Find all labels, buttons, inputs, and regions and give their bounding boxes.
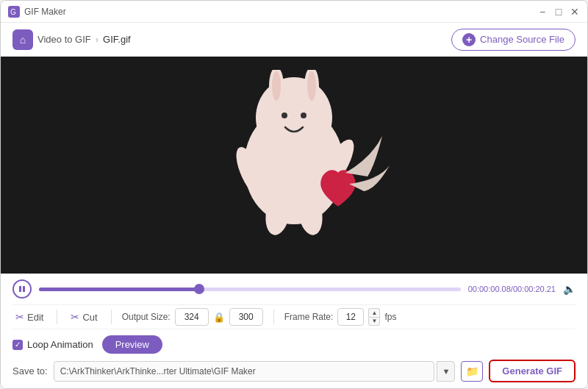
svg-point-6 xyxy=(272,71,281,101)
frame-rate-label: Frame Rate: xyxy=(284,312,334,322)
save-to-label: Save to: xyxy=(12,365,48,376)
loop-animation-checkbox[interactable]: ✓ Loop Animation xyxy=(12,339,93,350)
generate-gif-button[interactable]: Generate GIF xyxy=(489,360,576,382)
loop-row: ✓ Loop Animation Preview xyxy=(12,335,576,354)
time-display: 00:00:00.08/00:00:20.21 xyxy=(468,285,556,293)
save-path-input[interactable] xyxy=(54,361,435,382)
title-bar-left: G GIF Maker xyxy=(8,6,66,18)
svg-rect-14 xyxy=(19,286,21,292)
time-current: 00:00:00.08 xyxy=(468,285,511,293)
minimize-button[interactable]: − xyxy=(537,7,548,17)
home-icon: ⌂ xyxy=(20,34,26,46)
app-window: G GIF Maker − □ ✕ ⌂ Video to GIF › GIF.g… xyxy=(0,0,588,389)
path-dropdown-button[interactable]: ▼ xyxy=(437,361,455,382)
play-pause-button[interactable] xyxy=(12,279,32,299)
folder-icon: 📁 xyxy=(466,365,478,377)
save-row: Save to: ▼ 📁 Generate GIF xyxy=(12,360,576,382)
change-source-label: Change Source File xyxy=(480,34,564,45)
preview-button[interactable]: Preview xyxy=(102,335,162,354)
header: ⌂ Video to GIF › GIF.gif + Change Source… xyxy=(1,23,587,57)
divider-3 xyxy=(273,310,274,324)
svg-rect-15 xyxy=(23,286,25,292)
frame-rate-input[interactable] xyxy=(337,308,364,326)
edit-label: Edit xyxy=(27,312,43,323)
loop-animation-label: Loop Animation xyxy=(27,339,93,350)
edit-row: ✂ Edit ✂ Cut Output Size: 🔒 Frame Rate: … xyxy=(12,304,576,329)
svg-point-7 xyxy=(307,71,316,101)
cut-label: Cut xyxy=(82,312,97,323)
plus-icon: + xyxy=(462,33,476,46)
fps-label: fps xyxy=(384,312,396,322)
height-input[interactable] xyxy=(229,308,263,326)
cut-icon: ✂ xyxy=(71,311,79,323)
controls-area: 00:00:00.08/00:00:20.21 🔈 ✂ Edit ✂ Cut O… xyxy=(1,274,587,388)
svg-point-8 xyxy=(282,113,287,118)
app-icon: G xyxy=(8,6,20,18)
video-preview xyxy=(191,70,397,261)
divider-1 xyxy=(57,310,57,324)
timeline-row: 00:00:00.08/00:00:20.21 🔈 xyxy=(12,279,576,299)
progress-fill xyxy=(39,288,199,291)
svg-point-3 xyxy=(256,77,332,158)
app-title: GIF Maker xyxy=(24,7,66,17)
chevron-down-icon: ▼ xyxy=(442,367,450,376)
edit-icon: ✂ xyxy=(15,311,24,323)
home-button[interactable]: ⌂ xyxy=(12,29,33,50)
generate-container: Generate GIF xyxy=(489,360,576,382)
window-controls: − □ ✕ xyxy=(537,7,580,17)
cut-button[interactable]: ✂ Cut xyxy=(68,310,100,324)
progress-track[interactable] xyxy=(39,288,461,291)
video-content xyxy=(1,57,587,274)
edit-button[interactable]: ✂ Edit xyxy=(12,310,46,324)
video-area xyxy=(1,57,587,274)
output-size-group: Output Size: 🔒 xyxy=(122,308,263,326)
breadcrumb-parent: Video to GIF xyxy=(37,34,91,45)
lock-icon[interactable]: 🔒 xyxy=(213,312,225,323)
progress-thumb[interactable] xyxy=(194,284,204,294)
title-bar: G GIF Maker − □ ✕ xyxy=(1,1,587,23)
divider-2 xyxy=(111,310,112,324)
frame-rate-up-button[interactable]: ▲ xyxy=(368,308,380,317)
maximize-button[interactable]: □ xyxy=(553,7,564,17)
width-input[interactable] xyxy=(175,308,209,326)
pause-icon xyxy=(18,285,26,293)
close-button[interactable]: ✕ xyxy=(570,7,580,17)
breadcrumb: ⌂ Video to GIF › GIF.gif xyxy=(12,29,131,50)
change-source-button[interactable]: + Change Source File xyxy=(451,29,576,51)
frame-rate-stepper: ▲ ▼ xyxy=(368,308,380,326)
breadcrumb-current: GIF.gif xyxy=(103,34,131,45)
output-size-label: Output Size: xyxy=(122,312,171,322)
time-total: 00:00:20.21 xyxy=(513,285,556,293)
svg-text:G: G xyxy=(10,8,16,16)
frame-rate-group: Frame Rate: ▲ ▼ fps xyxy=(284,308,397,326)
volume-button[interactable]: 🔈 xyxy=(563,283,576,295)
svg-point-9 xyxy=(301,113,306,118)
loop-checkbox-indicator: ✓ xyxy=(12,340,23,350)
breadcrumb-separator: › xyxy=(96,34,98,45)
frame-rate-down-button[interactable]: ▼ xyxy=(368,317,380,326)
browse-folder-button[interactable]: 📁 xyxy=(461,361,483,382)
